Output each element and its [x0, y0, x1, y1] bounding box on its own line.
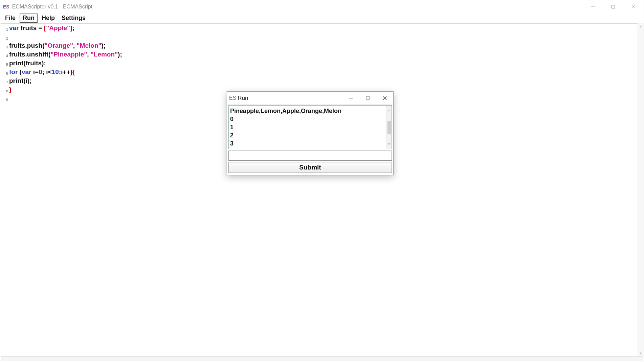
line-number: 1: [1, 24, 8, 33]
input-row: [228, 151, 392, 161]
minimize-icon: [591, 5, 595, 9]
app-icon: ES: [3, 4, 9, 9]
run-dialog-minimize-button[interactable]: [342, 92, 359, 104]
app-icon-e: E: [3, 4, 6, 9]
run-dialog-titlebar[interactable]: ES Run: [227, 92, 393, 105]
menu-file[interactable]: File: [2, 14, 18, 22]
run-dialog-icon: ES: [229, 95, 236, 101]
scroll-up-icon: ▲: [638, 23, 644, 29]
menu-help[interactable]: Help: [39, 14, 58, 22]
menu-settings[interactable]: Settings: [59, 14, 88, 22]
svg-rect-5: [367, 96, 370, 99]
statusbar: [1, 356, 643, 361]
code-area[interactable]: var fruits = ["Apple"];fruits.push("Oran…: [9, 24, 643, 356]
output-line: 1: [230, 123, 390, 131]
submit-button[interactable]: Submit: [228, 162, 392, 173]
output-line: Pineapple,Lemon,Apple,Orange,Melon: [230, 107, 390, 115]
line-number: 2: [1, 33, 8, 42]
close-icon: [382, 96, 387, 100]
window-title: ECMAScripter v0.1 - ECMAScript: [12, 4, 92, 10]
run-input[interactable]: [228, 151, 392, 161]
editor[interactable]: 123456789 var fruits = ["Apple"];fruits.…: [1, 23, 643, 356]
code-line: print(i);: [9, 76, 643, 85]
run-dialog-icon-s: S: [233, 95, 237, 101]
output-line: 0: [230, 115, 390, 123]
scroll-thumb[interactable]: [387, 121, 391, 134]
run-dialog-close-button[interactable]: [376, 92, 393, 104]
maximize-icon: [366, 96, 370, 100]
run-dialog-controls: [342, 92, 393, 104]
code-line: print(fruits);: [9, 59, 643, 68]
line-number: 7: [1, 77, 8, 86]
scroll-up-icon: ▲: [387, 106, 391, 115]
line-number: 9: [1, 95, 8, 104]
code-line: for (var i=0; i<10;i++){: [9, 68, 643, 76]
minimize-icon: [349, 96, 353, 100]
svg-rect-1: [612, 5, 615, 8]
submit-row: Submit: [228, 162, 392, 173]
titlebar: ES ECMAScripter v0.1 - ECMAScript: [0, 0, 644, 13]
run-dialog-title: Run: [238, 95, 248, 101]
run-dialog-icon-e: E: [229, 95, 233, 101]
code-line: fruits.push("Orange", "Melon");: [9, 41, 643, 50]
code-line: fruits.unshift("Pineapple", "Lemon");: [9, 50, 643, 59]
line-number-gutter: 123456789: [1, 24, 9, 356]
output-scrollbar[interactable]: ▲ ▼: [386, 106, 392, 149]
output-line: 2: [230, 131, 390, 139]
line-number: 6: [1, 68, 8, 77]
maximize-button[interactable]: [603, 0, 623, 13]
main-window: ES ECMAScripter v0.1 - ECMAScript File R…: [0, 0, 644, 362]
line-number: 4: [1, 51, 8, 60]
scroll-down-icon: ▼: [387, 139, 391, 149]
run-dialog-maximize-button[interactable]: [359, 92, 376, 104]
line-number: 3: [1, 42, 8, 51]
close-icon: [631, 5, 636, 9]
scroll-down-icon: ▼: [638, 350, 644, 356]
line-number: 8: [1, 86, 8, 95]
code-line: [9, 32, 643, 41]
output-box[interactable]: Pineapple,Lemon,Apple,Orange,Melon 0 1 2…: [228, 105, 392, 149]
run-dialog-body: Pineapple,Lemon,Apple,Orange,Melon 0 1 2…: [227, 105, 393, 175]
menu-run[interactable]: Run: [20, 14, 38, 23]
code-line: var fruits = ["Apple"];: [9, 24, 643, 32]
minimize-button[interactable]: [583, 0, 603, 13]
window-controls: [583, 0, 644, 13]
line-number: 5: [1, 60, 8, 68]
output-line: 3: [230, 139, 390, 148]
app-icon-s: S: [6, 4, 9, 9]
menubar: File Run Help Settings: [0, 13, 644, 23]
close-button[interactable]: [623, 0, 644, 13]
maximize-icon: [611, 5, 615, 9]
run-dialog: ES Run Pineapple,Lemon,Apple,Orange,Melo…: [227, 91, 394, 175]
editor-scrollbar[interactable]: ▲ ▼: [638, 23, 644, 356]
